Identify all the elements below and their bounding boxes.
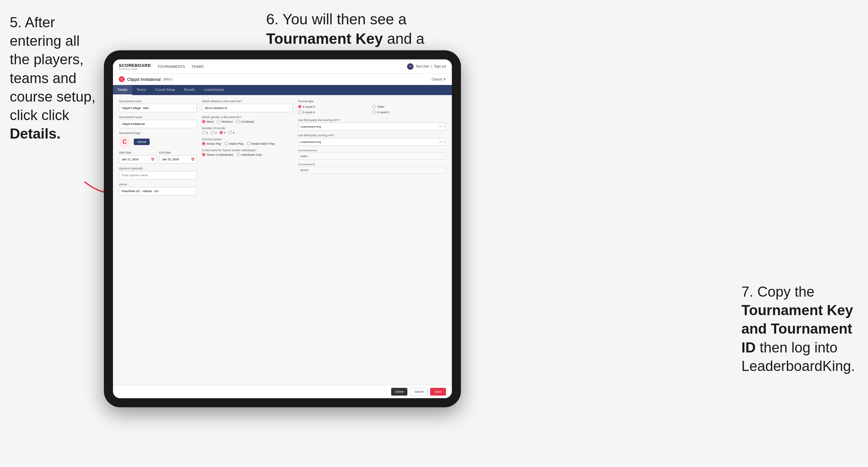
venue-label: Venue (119, 183, 197, 186)
tournament-logo-group: Tournament logo C Upload (119, 131, 197, 148)
teams-radio-group: Teams (+Individuals) Individuals Only (202, 153, 293, 156)
nav-teams[interactable]: TEAMS (191, 65, 204, 68)
tournament-name-label: Tournament name (119, 116, 197, 119)
gender-group: Which gender is the event for? Mens Wome… (202, 116, 293, 123)
teams-label: Is this event for Teams and/or Individua… (202, 149, 293, 152)
api1-input[interactable] (298, 123, 446, 130)
user-avatar: TU (407, 63, 413, 70)
round-1[interactable]: 1 (202, 131, 208, 134)
scoring-label: Scoring system (202, 137, 293, 141)
api1-group: Use third-party live scoring API? ✕ ▾ (298, 119, 446, 130)
rounds-group: Number of rounds 1 2 (202, 127, 293, 134)
division-select-wrap: NCAA Division III ⌄ (202, 104, 293, 112)
tablet: SCOREBOARD Powered by clippd TOURNAMENTS… (104, 50, 461, 407)
api2-input[interactable] (298, 138, 446, 146)
format-options: 5 count 4 Other 6 count 4 (298, 105, 446, 115)
tournament-host-label: Tournament Host (119, 100, 197, 103)
scoring-medal[interactable]: Medal Match Play (247, 142, 275, 145)
tournament-title: C Clippd Invitational (Men) (119, 76, 173, 82)
venue-group: Venue Peachtree GC - Atlanta - GA ⌄ (119, 183, 197, 195)
individuals-only[interactable]: Individuals Only (237, 153, 262, 156)
tournament-host-group: Tournament Host Clippd College - Men ⌄ (119, 100, 197, 112)
gender-label: Which gender is the event for? (202, 116, 293, 119)
api1-label: Use third-party live scoring API? (298, 119, 446, 122)
key-id-section: Tournament Key bef6b7 Tournament ID 3020… (298, 149, 446, 174)
teams-plus-individuals[interactable]: Teams (+Individuals) (202, 153, 234, 156)
round-4[interactable]: 4 (228, 131, 235, 134)
scoring-group: Scoring system Stroke Play Match Play (202, 137, 293, 145)
nav-tournaments[interactable]: TOURNAMENTS (157, 65, 185, 68)
format-5count4[interactable]: 5 count 4 (298, 105, 372, 108)
tab-course-setup[interactable]: Course Setup (151, 85, 180, 95)
gender-womens[interactable]: Womens (217, 120, 233, 123)
api2-clear[interactable]: ✕ (439, 141, 441, 144)
tournament-logo-label: Tournament logo (119, 131, 197, 135)
api1-select-wrap: ✕ ▾ (298, 123, 446, 130)
tournament-key-value: bef6b7 (298, 153, 446, 160)
api2-group: Use third-party scoring API? ✕ ▾ (298, 134, 446, 146)
scoring-match[interactable]: Match Play (225, 142, 244, 145)
form-columns: Tournament Host Clippd College - Men ⌄ T… (119, 100, 446, 198)
tournament-division: (Men) (163, 77, 173, 81)
tournament-key-group: Tournament Key bef6b7 (298, 149, 446, 160)
format-6count5[interactable]: 6 count 5 (372, 110, 446, 114)
end-date-group: End date 📅 (159, 151, 197, 163)
form-footer: Delete Cancel Save (113, 385, 452, 398)
end-date-wrap: 📅 (159, 155, 197, 163)
division-select[interactable]: NCAA Division III (202, 104, 293, 112)
save-button[interactable]: Save (430, 388, 446, 396)
logo-upload-row: C Upload (119, 136, 197, 148)
tournament-host-select-wrap: Clippd College - Men ⌄ (119, 104, 197, 112)
tournament-host-select[interactable]: Clippd College - Men (119, 104, 197, 112)
tab-teams[interactable]: Teams (132, 85, 151, 95)
form-area: Tournament Host Clippd College - Men ⌄ T… (113, 95, 452, 385)
tab-leaderboards[interactable]: Leaderboards (199, 85, 229, 95)
tournament-name-group: Tournament name (119, 116, 197, 128)
cancel-button[interactable]: Cancel (410, 388, 428, 396)
date-group: Start date 📅 End date 📅 (119, 151, 197, 163)
tournament-name-input[interactable] (119, 120, 197, 128)
api2-down: ▾ (443, 141, 445, 143)
scoring-radio-group: Stroke Play Match Play Medal Match Play (202, 142, 293, 145)
delete-button[interactable]: Delete (391, 388, 407, 396)
scoring-stroke[interactable]: Stroke Play (202, 142, 221, 145)
start-date-icon: 📅 (151, 158, 155, 161)
api1-down: ▾ (443, 125, 445, 128)
format-other[interactable]: Other (372, 105, 446, 108)
gender-combined[interactable]: Combined (236, 120, 254, 123)
format-6count4[interactable]: 6 count 4 (298, 110, 372, 114)
gender-mens[interactable]: Mens (202, 120, 214, 123)
sponsor-group: Sponsor (optional) (119, 167, 197, 180)
rounds-radio-group: 1 2 3 4 (202, 131, 293, 134)
right-column: Format type 5 count 4 Other (298, 100, 446, 198)
start-date-label: Start date (119, 151, 156, 154)
left-column: Tournament Host Clippd College - Men ⌄ T… (119, 100, 197, 198)
api1-clear[interactable]: ✕ (439, 125, 441, 128)
sign-out-link[interactable]: Sign out (434, 65, 446, 68)
round-3[interactable]: 3 (219, 131, 226, 134)
venue-select[interactable]: Peachtree GC - Atlanta - GA (119, 187, 197, 195)
tournament-key-label: Tournament Key (298, 149, 446, 152)
tab-details[interactable]: Details (113, 85, 132, 95)
nav-right: TU Test User | Sign out (407, 63, 446, 70)
tournament-id-group: Tournament ID 302051 (298, 163, 446, 174)
upload-button[interactable]: Upload (134, 138, 150, 145)
sponsor-input[interactable] (119, 171, 197, 180)
sponsor-label: Sponsor (optional) (119, 167, 197, 170)
venue-select-wrap: Peachtree GC - Atlanta - GA ⌄ (119, 187, 197, 195)
tablet-screen: SCOREBOARD Powered by clippd TOURNAMENTS… (113, 59, 452, 398)
tab-results[interactable]: Results (180, 85, 199, 95)
middle-column: Which division is the event for? NCAA Di… (202, 100, 293, 198)
tournament-name: Clippd Invitational (127, 77, 161, 82)
format-label: Format type (298, 100, 446, 103)
top-nav: SCOREBOARD Powered by clippd TOURNAMENTS… (113, 59, 452, 74)
round-2[interactable]: 2 (211, 131, 217, 134)
cancel-link[interactable]: Cancel ✕ (432, 77, 446, 82)
end-date-label: End date (159, 151, 197, 154)
tabs-bar: Details Teams Course Setup Results Leade… (113, 85, 452, 95)
logo-preview: C (119, 136, 130, 148)
api2-select-wrap: ✕ ▾ (298, 138, 446, 146)
scoreboard-logo: SCOREBOARD Powered by clippd (119, 63, 151, 70)
gender-radio-group: Mens Womens Combined (202, 120, 293, 123)
clippd-logo: C (119, 76, 125, 82)
